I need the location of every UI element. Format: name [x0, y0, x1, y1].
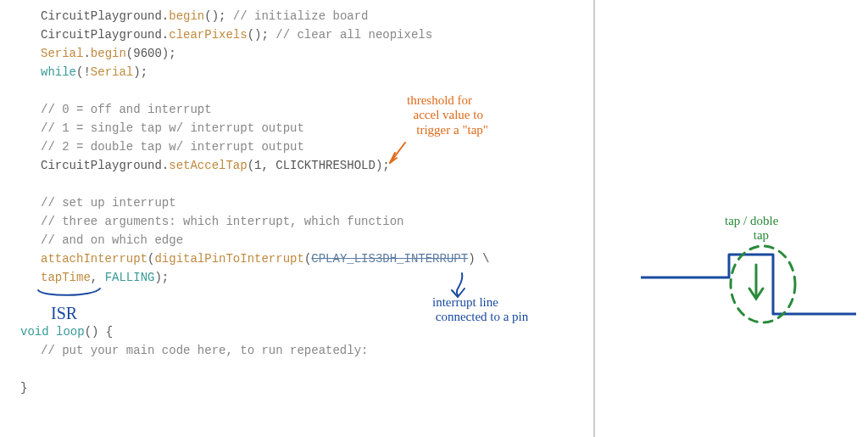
code-line: // three arguments: which interrupt, whi…: [41, 212, 593, 231]
code-line: CircuitPlayground.setAccelTap(1, CLICKTH…: [41, 156, 593, 175]
annotation-tap-double: tap / doble tap: [725, 214, 778, 244]
svg-point-0: [731, 246, 795, 322]
code-line: [41, 81, 593, 100]
code-line: // put your main code here, to run repea…: [41, 341, 593, 360]
code-line: // 0 = off and interrupt: [41, 100, 593, 119]
code-line: // and on which edge: [41, 231, 593, 249]
code-line: [41, 175, 593, 193]
code-line: attachInterrupt(digitalPinToInterrupt(CP…: [41, 249, 593, 268]
code-line: // 2 = double tap w/ interrupt output: [41, 137, 593, 156]
code-line: CircuitPlayground.begin(); // initialize…: [41, 7, 593, 25]
code-line: void loop() {: [20, 322, 593, 341]
code-editor-panel[interactable]: CircuitPlayground.begin(); // initialize…: [0, 0, 595, 437]
code-line: [41, 360, 593, 378]
code-line: while(!Serial);: [41, 63, 593, 81]
code-line: Serial.begin(9600);: [41, 44, 593, 63]
code-line: // set up interrupt: [41, 193, 593, 212]
code-line: // 1 = single tap w/ interrupt output: [41, 119, 593, 137]
code-line: tapTime, FALLING);: [41, 268, 593, 287]
code-line: }: [20, 378, 593, 397]
code-line: CircuitPlayground.clearPixels(); // clea…: [41, 25, 593, 44]
